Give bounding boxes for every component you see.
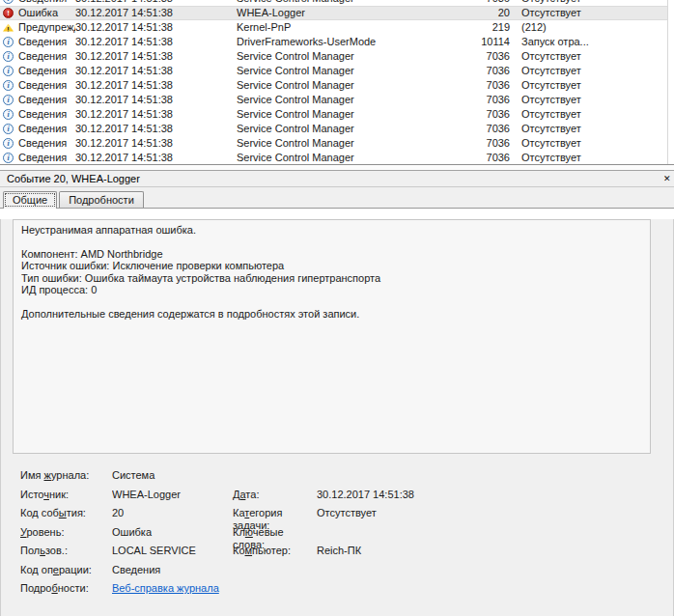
detail-field-row: Подробности: Веб-справка журнала [20, 582, 673, 602]
event-id-cell: 7036 [433, 107, 510, 122]
date-cell: 30.12.2017 14:51:38 [75, 93, 237, 107]
event-row[interactable]: i Сведения 30.12.2017 14:51:38 Service C… [0, 64, 667, 78]
level-cell: i Сведения [3, 93, 75, 107]
event-row[interactable]: ! Предупреждение 30.12.2017 14:51:38 Ker… [0, 20, 667, 35]
level-label: Сведения [18, 122, 67, 136]
tab-details-label: Подробности [69, 194, 134, 206]
event-row[interactable]: i Сведения 30.12.2017 14:51:38 Service C… [0, 122, 667, 136]
level-label: Сведения [18, 49, 67, 64]
field-value: Сведения [112, 564, 233, 576]
level-cell: i Сведения [3, 35, 75, 49]
event-id-cell: 7036 [433, 78, 510, 93]
field-value: LOCAL SERVICE [112, 545, 233, 557]
event-row[interactable]: i Сведения 30.12.2017 14:51:38 Service C… [0, 107, 667, 122]
source-cell: WHEA-Logger [237, 6, 433, 20]
info-icon: i [3, 80, 14, 91]
event-id-cell: 7036 [433, 136, 510, 151]
event-id-cell: 219 [433, 20, 510, 35]
field-value: WHEA-Logger [112, 489, 233, 501]
field-label: Пользов.: [20, 545, 112, 557]
level-cell: i Сведения [3, 49, 75, 64]
field-value: Reich-ПК [317, 545, 673, 557]
date-cell: 30.12.2017 14:51:38 [75, 136, 237, 151]
info-icon: i [3, 37, 14, 47]
event-list[interactable]: i Сведения 30.12.2017 14:51:38 Service C… [0, 0, 668, 164]
field-label: Уровень: [20, 526, 112, 539]
event-detail-fields: Имя журнала: Система Источник: WHEA-Logg… [1, 454, 673, 602]
event-description: Неустранимая аппаратная ошибка. Компонен… [21, 224, 642, 320]
task-category-cell: Отсутствует [521, 122, 667, 136]
event-row[interactable]: ! Ошибка 30.12.2017 14:51:38 WHEA-Logger… [0, 6, 667, 20]
detail-field-row: Код события: 20 Категория задачи: Отсутс… [20, 507, 673, 526]
info-icon: i [3, 51, 14, 62]
field-label: Код события: [20, 507, 112, 519]
field-value: Система [112, 469, 233, 482]
level-label: Сведения [18, 107, 67, 122]
preview-tabs: Общие Подробности [0, 187, 674, 209]
event-log-online-help-link[interactable]: Веб-справка журнала [112, 582, 219, 594]
level-cell: i Сведения [3, 78, 75, 93]
field-label: Компьютер: [233, 545, 317, 557]
event-id-cell: 7036 [433, 49, 510, 64]
date-cell: 30.12.2017 14:51:38 [75, 78, 237, 93]
source-cell: DriverFrameworks-UserMode [237, 35, 433, 49]
event-id-cell: 20 [433, 6, 510, 20]
date-cell: 30.12.2017 14:51:38 [75, 35, 237, 49]
event-id-cell: 7036 [433, 64, 510, 78]
task-category-cell: Отсутствует [521, 6, 667, 20]
date-cell: 30.12.2017 14:51:38 [75, 64, 237, 78]
level-label: Сведения [18, 93, 67, 107]
detail-field-row: Код операции: Сведения [20, 564, 673, 583]
level-cell: ! Предупреждение [3, 20, 75, 35]
field-label: Подробности: [20, 582, 112, 595]
info-icon: i [3, 109, 14, 120]
level-cell: i Сведения [3, 107, 75, 122]
info-icon: i [3, 138, 14, 149]
source-cell: Service Control Manager [237, 93, 433, 107]
event-row[interactable]: i Сведения 30.12.2017 14:51:38 Service C… [0, 93, 667, 107]
event-id-cell: 7036 [433, 151, 510, 164]
source-cell: Kernel-PnP [237, 20, 433, 35]
date-cell: 30.12.2017 14:51:38 [75, 49, 237, 64]
tab-general[interactable]: Общие [3, 191, 57, 209]
tab-details[interactable]: Подробности [59, 191, 144, 208]
level-label: Сведения [18, 151, 67, 164]
detail-field-row: Источник: WHEA-Logger Дата: 30.12.2017 1… [20, 489, 673, 508]
event-preview-pane: Событие 20, WHEA-Logger ✕ Общие Подробно… [0, 170, 674, 616]
task-category-cell: Отсутствует [521, 107, 667, 122]
field-value: Ошибка [112, 526, 233, 539]
level-label: Сведения [18, 136, 67, 151]
event-row[interactable]: i Сведения 30.12.2017 14:51:38 Service C… [0, 49, 667, 64]
tab-page-general: Неустранимая аппаратная ошибка. Компонен… [0, 219, 674, 616]
event-row[interactable]: i Сведения 30.12.2017 14:51:38 Service C… [0, 151, 667, 164]
info-icon: i [3, 95, 14, 105]
date-cell: 30.12.2017 14:51:38 [75, 122, 237, 136]
event-description-box[interactable]: Неустранимая аппаратная ошибка. Компонен… [13, 219, 651, 454]
source-cell: Service Control Manager [237, 122, 433, 136]
level-cell: i Сведения [3, 64, 75, 78]
event-row[interactable]: i Сведения 30.12.2017 14:51:38 DriverFra… [0, 35, 667, 49]
error-icon: ! [3, 8, 14, 18]
field-label: Дата: [233, 489, 317, 501]
date-cell: 30.12.2017 14:51:38 [75, 151, 237, 164]
event-row[interactable]: i Сведения 30.12.2017 14:51:38 Service C… [0, 78, 667, 93]
close-icon[interactable]: ✕ [663, 173, 673, 184]
info-icon: i [3, 0, 14, 4]
task-category-cell: (212) [521, 20, 667, 35]
date-cell: 30.12.2017 14:51:38 [75, 6, 237, 20]
info-icon: i [3, 153, 14, 163]
event-id-cell: 7036 [433, 122, 510, 136]
event-row[interactable]: i Сведения 30.12.2017 14:51:38 Service C… [0, 136, 667, 151]
event-id-cell: 10114 [433, 35, 510, 49]
field-value: 30.12.2017 14:51:38 [317, 489, 673, 501]
task-category-cell: Запуск отра... [521, 35, 667, 49]
level-label: Сведения [18, 35, 67, 49]
level-cell: ! Ошибка [3, 6, 75, 20]
field-label: Код операции: [20, 564, 112, 576]
task-category-cell: Отсутствует [521, 49, 667, 64]
field-label: Имя журнала: [20, 469, 112, 482]
detail-field-row: Уровень: Ошибка Ключевые слова: [20, 526, 673, 546]
date-cell: 30.12.2017 14:51:38 [75, 107, 237, 122]
source-cell: Service Control Manager [237, 136, 433, 151]
date-cell: 30.12.2017 14:51:38 [75, 20, 237, 35]
